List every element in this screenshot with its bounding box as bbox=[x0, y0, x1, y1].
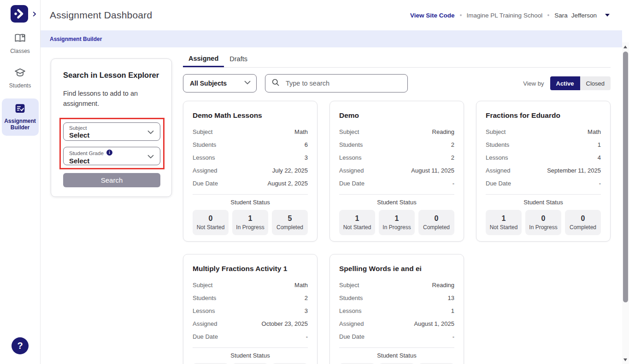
lesson-explorer-panel: Search in Lesson Explorer Find lessons t… bbox=[51, 58, 172, 197]
card-divider bbox=[193, 347, 308, 348]
sidebar-item-label: Students bbox=[9, 82, 31, 89]
card-row-due-date: Due Date August 2, 2025 bbox=[193, 177, 308, 190]
field-value: 4 bbox=[598, 154, 601, 161]
sidebar-item-label: Classes bbox=[10, 48, 30, 54]
all-subjects-value: All Subjects bbox=[190, 80, 242, 87]
field-label: Lessons bbox=[193, 154, 215, 161]
not-started-label: Not Started bbox=[193, 224, 229, 231]
student-status-heading: Student Status bbox=[339, 199, 454, 206]
field-value: August 11, 2025 bbox=[411, 167, 454, 174]
search-button[interactable]: Search bbox=[63, 173, 160, 187]
card-row-lessons: Lessons 3 bbox=[193, 151, 308, 164]
field-label: Students bbox=[193, 295, 216, 301]
sidebar-item-assignment-builder[interactable]: Assignment Builder bbox=[2, 98, 39, 136]
field-value: - bbox=[453, 180, 454, 187]
field-label: Students bbox=[486, 141, 509, 148]
in-progress-label: In Progress bbox=[379, 224, 415, 231]
field-label: Due Date bbox=[486, 180, 511, 187]
field-label: Due Date bbox=[339, 333, 364, 340]
card-divider bbox=[339, 347, 454, 348]
card-row-subject: Subject Math bbox=[193, 125, 308, 138]
field-label: Subject bbox=[193, 128, 212, 135]
field-value: July 22, 2025 bbox=[272, 167, 308, 174]
scrollbar-thumb[interactable] bbox=[623, 52, 628, 302]
page-title: Assignment Dashboard bbox=[50, 10, 152, 21]
all-subjects-select[interactable]: All Subjects bbox=[183, 74, 257, 92]
tab-drafts[interactable]: Drafts bbox=[224, 51, 253, 67]
card-row-students: Students 13 bbox=[339, 291, 454, 304]
view-closed-button[interactable]: Closed bbox=[580, 76, 611, 90]
scrollbar-up-arrow-icon[interactable] bbox=[623, 46, 627, 48]
student-grade-select[interactable]: Student Grade Select bbox=[63, 147, 160, 165]
assignment-card[interactable]: Fractions for Eduardo Subject Math Stude… bbox=[476, 101, 611, 242]
caret-down-icon bbox=[605, 14, 610, 17]
completed-tile: 0 Completed bbox=[418, 210, 454, 235]
field-label: Students bbox=[193, 141, 216, 148]
field-value: 1 bbox=[598, 141, 601, 148]
help-button[interactable]: ? bbox=[12, 337, 29, 354]
card-row-students: Students 6 bbox=[193, 138, 308, 151]
info-icon[interactable] bbox=[106, 150, 112, 157]
view-site-code-link[interactable]: View Site Code bbox=[410, 12, 455, 19]
field-value: Reading bbox=[432, 282, 454, 289]
logo-chevron-glyph bbox=[11, 5, 28, 23]
scrollbar-down-arrow-icon[interactable] bbox=[623, 358, 627, 361]
card-row-assigned: Assigned July 22, 2025 bbox=[193, 164, 308, 177]
subject-select[interactable]: Subject Select bbox=[63, 122, 160, 141]
card-row-lessons: Lessons 4 bbox=[486, 151, 601, 164]
assignment-title: Demo bbox=[339, 111, 454, 120]
assignments-search-box bbox=[265, 74, 408, 92]
card-row-lessons: Lessons 2 bbox=[339, 151, 454, 164]
field-value: August 1, 2025 bbox=[414, 320, 454, 327]
sidebar-expand-chevron-icon[interactable] bbox=[31, 11, 38, 17]
assignment-card[interactable]: Demo Subject Reading Students 2 Lessons … bbox=[329, 101, 464, 242]
imagine-learning-logo[interactable] bbox=[11, 5, 28, 23]
assignment-card[interactable]: Spelling Words ie and ei Subject Reading… bbox=[329, 254, 464, 364]
field-label: Assigned bbox=[339, 320, 364, 327]
field-value: 3 bbox=[305, 307, 308, 314]
assignments-grid: Demo Math Lessons Subject Math Students … bbox=[183, 101, 611, 364]
lesson-explorer-description: Find lessons to add to an assignment. bbox=[63, 88, 162, 109]
assignments-section: Assigned Drafts All Subjects View by Act… bbox=[183, 51, 611, 364]
tab-assigned[interactable]: Assigned bbox=[183, 51, 224, 67]
sidebar-item-classes[interactable]: Classes bbox=[0, 32, 40, 54]
in-progress-count: 1 bbox=[232, 214, 268, 223]
student-status-heading: Student Status bbox=[339, 352, 454, 359]
student-status-heading: Student Status bbox=[193, 199, 308, 206]
not-started-tile: 0 Not Started bbox=[193, 210, 229, 235]
card-row-subject: Subject Reading bbox=[339, 125, 454, 138]
assignment-card[interactable]: Demo Math Lessons Subject Math Students … bbox=[183, 101, 317, 242]
in-progress-tile: 1 In Progress bbox=[232, 210, 268, 235]
card-divider bbox=[339, 194, 454, 195]
view-by-group: View by Active Closed bbox=[523, 76, 611, 90]
field-value: August 2, 2025 bbox=[268, 180, 308, 187]
assignment-title: Multiply Fractions Activity 1 bbox=[193, 265, 308, 273]
field-value: 2 bbox=[451, 141, 454, 148]
completed-count: 0 bbox=[418, 214, 454, 223]
vertical-scrollbar[interactable] bbox=[622, 42, 629, 364]
breadcrumb[interactable]: Assignment Builder bbox=[50, 36, 102, 42]
user-menu[interactable]: Sara Jefferson bbox=[554, 12, 610, 19]
field-value: October 23, 2025 bbox=[262, 320, 308, 327]
sidebar-item-students[interactable]: Students bbox=[0, 67, 40, 89]
field-value: Math bbox=[294, 128, 308, 135]
card-row-assigned: Assigned October 23, 2025 bbox=[193, 317, 308, 330]
field-label: Assigned bbox=[486, 167, 510, 174]
header: Assignment Dashboard View Site Code Imag… bbox=[41, 0, 629, 30]
field-value: 2 bbox=[305, 295, 308, 301]
search-input[interactable] bbox=[285, 79, 402, 87]
search-icon bbox=[271, 78, 280, 89]
card-row-students: Students 2 bbox=[339, 138, 454, 151]
field-value: 2 bbox=[451, 154, 454, 161]
card-divider bbox=[193, 194, 308, 195]
view-active-button[interactable]: Active bbox=[550, 76, 580, 90]
assignment-card[interactable]: Multiply Fractions Activity 1 Subject Ma… bbox=[183, 254, 317, 364]
field-label: Due Date bbox=[339, 180, 364, 187]
not-started-count: 1 bbox=[339, 214, 375, 223]
not-started-label: Not Started bbox=[486, 224, 522, 231]
card-row-subject: Subject Math bbox=[193, 278, 308, 291]
card-row-students: Students 2 bbox=[193, 291, 308, 304]
subject-select-label: Subject bbox=[69, 125, 143, 131]
assignment-title: Demo Math Lessons bbox=[193, 111, 308, 120]
card-row-assigned: Assigned August 11, 2025 bbox=[339, 164, 454, 177]
